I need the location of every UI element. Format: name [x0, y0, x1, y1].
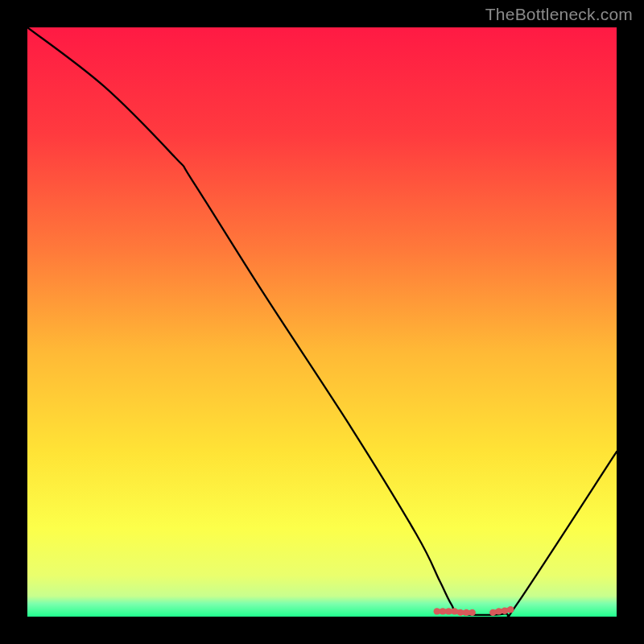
- gradient-background: [27, 27, 617, 617]
- chart-svg: [27, 27, 617, 617]
- plot-area: [27, 27, 617, 617]
- valley-marker-dash: [505, 609, 510, 610]
- watermark-text: TheBottleneck.com: [485, 5, 633, 24]
- chart-frame: TheBottleneck.com: [0, 0, 644, 644]
